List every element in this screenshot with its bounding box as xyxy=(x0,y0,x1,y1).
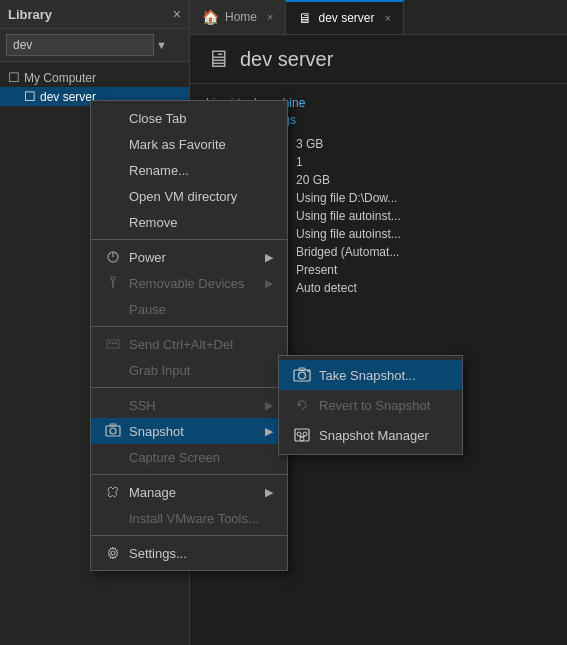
menu-label-power: Power xyxy=(129,250,166,265)
snapshot-manager-icon xyxy=(293,426,311,444)
menu-label-install-vmware: Install VMware Tools... xyxy=(129,511,259,526)
remove-icon xyxy=(105,214,121,230)
menu-item-mark-favorite[interactable]: Mark as Favorite xyxy=(91,131,287,157)
sidebar-item-label-my-computer: My Computer xyxy=(24,71,96,85)
rename-icon xyxy=(105,162,121,178)
menu-separator-1 xyxy=(91,239,287,240)
row-value: Using file autoinst... xyxy=(296,227,401,241)
menu-item-settings[interactable]: Settings... xyxy=(91,540,287,566)
submenu-item-snapshot-manager[interactable]: Snapshot Manager xyxy=(279,420,462,450)
snapshot-icon xyxy=(105,423,121,439)
tab-home-label: Home xyxy=(225,10,257,24)
menu-separator-5 xyxy=(91,535,287,536)
sidebar-header: Library × xyxy=(0,0,189,29)
menu-item-install-vmware[interactable]: Install VMware Tools... xyxy=(91,505,287,531)
menu-label-rename: Rename... xyxy=(129,163,189,178)
row-value: Bridged (Automat... xyxy=(296,245,399,259)
tab-dev-server[interactable]: 🖥 dev server × xyxy=(286,0,403,34)
menu-separator-4 xyxy=(91,474,287,475)
sidebar-item-my-computer[interactable]: ☐ My Computer xyxy=(0,68,189,87)
svg-rect-10 xyxy=(110,424,116,426)
svg-marker-16 xyxy=(298,402,302,407)
capture-icon xyxy=(105,449,121,465)
menu-label-capture-screen: Capture Screen xyxy=(129,450,220,465)
removable-devices-arrow-icon: ▶ xyxy=(265,277,273,290)
submenu-item-revert-snapshot[interactable]: Revert to Snapshot xyxy=(279,390,462,420)
tab-dev-server-label: dev server xyxy=(318,11,374,25)
svg-line-21 xyxy=(299,436,302,437)
menu-item-capture-screen[interactable]: Capture Screen xyxy=(91,444,287,470)
row-value: 1 xyxy=(296,155,303,169)
sidebar-close-button[interactable]: × xyxy=(173,6,181,22)
ssh-icon xyxy=(105,397,121,413)
favorite-icon xyxy=(105,136,121,152)
row-value: Present xyxy=(296,263,337,277)
submenu-label-revert-snapshot: Revert to Snapshot xyxy=(319,398,430,413)
svg-rect-14 xyxy=(299,368,305,371)
submenu-item-take-snapshot[interactable]: Take Snapshot... xyxy=(279,360,462,390)
tab-server-icon: 🖥 xyxy=(298,10,312,26)
menu-item-power[interactable]: Power ▶ xyxy=(91,244,287,270)
computer-icon: ☐ xyxy=(8,70,20,85)
menu-item-pause[interactable]: Pause xyxy=(91,296,287,322)
svg-point-20 xyxy=(300,437,304,441)
row-value: Using file autoinst... xyxy=(296,209,401,223)
vm-header-icon: 🖥 xyxy=(206,45,230,73)
menu-item-ssh[interactable]: SSH ▶ xyxy=(91,392,287,418)
tab-home-close[interactable]: × xyxy=(267,11,273,23)
menu-label-ssh: SSH xyxy=(129,398,156,413)
grab-icon xyxy=(105,362,121,378)
menu-label-open-vm-dir: Open VM directory xyxy=(129,189,237,204)
svg-rect-5 xyxy=(109,342,111,344)
page-title: dev server xyxy=(240,48,333,71)
keyboard-icon xyxy=(105,336,121,352)
menu-item-grab-input[interactable]: Grab Input xyxy=(91,357,287,383)
take-snapshot-icon xyxy=(293,366,311,384)
menu-item-rename[interactable]: Rename... xyxy=(91,157,287,183)
close-tab-icon xyxy=(105,110,121,126)
tab-dev-server-close[interactable]: × xyxy=(384,12,390,24)
row-value: 20 GB xyxy=(296,173,330,187)
svg-point-13 xyxy=(299,372,306,379)
menu-label-mark-favorite: Mark as Favorite xyxy=(129,137,226,152)
menu-item-close-tab[interactable]: Close Tab xyxy=(91,105,287,131)
sidebar-title: Library xyxy=(8,7,52,22)
menu-label-send-ctrl-alt-del: Send Ctrl+Alt+Del xyxy=(129,337,233,352)
menu-label-pause: Pause xyxy=(129,302,166,317)
manage-arrow-icon: ▶ xyxy=(265,486,273,499)
usb-icon xyxy=(105,275,121,291)
power-icon xyxy=(105,249,121,265)
svg-rect-6 xyxy=(112,342,114,344)
power-arrow-icon: ▶ xyxy=(265,251,273,264)
tab-bar: 🏠 Home × 🖥 dev server × xyxy=(190,0,567,35)
ssh-arrow-icon: ▶ xyxy=(265,399,273,412)
sidebar-search-bar: ▼ xyxy=(0,29,189,62)
app-container: Library × ▼ ☐ My Computer ☐ dev server 🏠… xyxy=(0,0,567,645)
wrench-icon xyxy=(105,484,121,500)
menu-item-removable-devices[interactable]: Removable Devices ▶ xyxy=(91,270,287,296)
home-icon: 🏠 xyxy=(202,9,219,25)
context-menu: Close Tab Mark as Favorite Rename... Ope… xyxy=(90,100,288,571)
menu-item-remove[interactable]: Remove xyxy=(91,209,287,235)
sidebar-item-label-dev-server: dev server xyxy=(40,90,96,104)
menu-label-removable-devices: Removable Devices xyxy=(129,276,245,291)
menu-label-grab-input: Grab Input xyxy=(129,363,190,378)
menu-item-manage[interactable]: Manage ▶ xyxy=(91,479,287,505)
search-dropdown-arrow[interactable]: ▼ xyxy=(156,39,167,51)
gear-icon xyxy=(105,545,121,561)
submenu-label-snapshot-manager: Snapshot Manager xyxy=(319,428,429,443)
revert-snapshot-icon xyxy=(293,396,311,414)
menu-item-send-ctrl-alt-del[interactable]: Send Ctrl+Alt+Del xyxy=(91,331,287,357)
menu-label-remove: Remove xyxy=(129,215,177,230)
row-value: 3 GB xyxy=(296,137,323,151)
svg-line-22 xyxy=(302,436,305,437)
svg-point-18 xyxy=(297,432,301,436)
search-input[interactable] xyxy=(6,34,154,56)
menu-label-snapshot: Snapshot xyxy=(129,424,184,439)
svg-rect-7 xyxy=(115,342,117,344)
menu-label-close-tab: Close Tab xyxy=(129,111,187,126)
menu-item-open-vm-dir[interactable]: Open VM directory xyxy=(91,183,287,209)
tab-home[interactable]: 🏠 Home × xyxy=(190,0,286,34)
menu-item-snapshot[interactable]: Snapshot ▶ xyxy=(91,418,287,444)
menu-label-settings: Settings... xyxy=(129,546,187,561)
